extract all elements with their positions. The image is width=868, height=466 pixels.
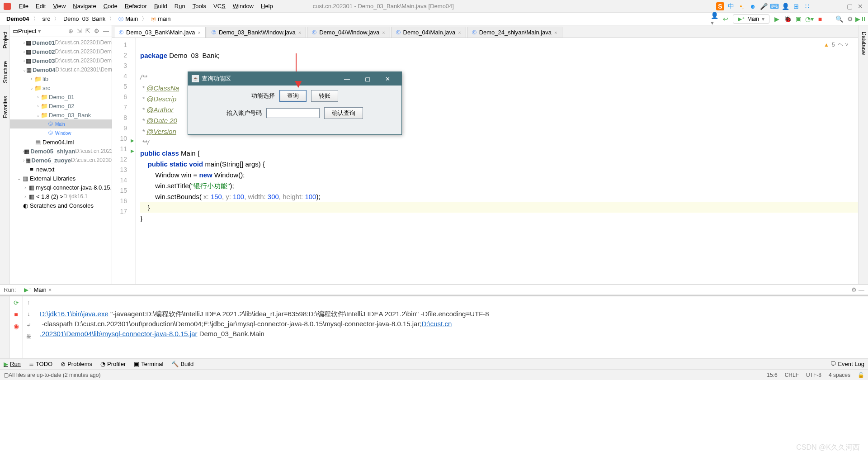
bottom-tab-eventlog[interactable]: 🗨Event Log — [830, 361, 864, 367]
inspections[interactable]: ▲ 5 ヘ ∨ — [824, 41, 849, 48]
coverage-icon[interactable]: ▣ — [795, 15, 802, 23]
collapse-all-icon[interactable]: ⇱ — [85, 28, 90, 34]
menu-window[interactable]: Window — [229, 1, 257, 11]
ime-grid-icon[interactable]: ⊞ — [792, 2, 800, 10]
menu-vcs[interactable]: VCS — [210, 1, 229, 11]
tree-row[interactable]: ›▦Demo01 D:\cust.cn.202301\Dem — [10, 38, 112, 47]
run-tab[interactable]: ▶⁺Main × — [20, 285, 55, 294]
readonly-icon[interactable]: 🔓 — [858, 372, 864, 378]
run-settings-icon[interactable]: ⚙ — — [851, 286, 864, 293]
back-icon[interactable]: ↩ — [722, 15, 729, 23]
tree-row[interactable]: ⌄📁src — [10, 83, 112, 92]
ime-apps-icon[interactable]: ∷ — [803, 2, 811, 10]
project-tree[interactable]: ›▦Demo01 D:\cust.cn.202301\Dem›▦Demo02 D… — [10, 37, 112, 284]
tree-row[interactable]: ▤Demo04.iml — [10, 138, 112, 147]
sogou-icon[interactable]: S — [716, 2, 724, 10]
softwrap-icon[interactable]: ⤶ — [26, 322, 31, 328]
ime-mic-icon[interactable]: 🎤 — [760, 2, 768, 10]
sync-icon[interactable]: ▶⏸ — [857, 15, 864, 23]
crumb-class[interactable]: ⒸMain — [116, 14, 141, 24]
editor-tab[interactable]: ⒸDemo_04\Main.java× — [391, 27, 466, 38]
sidetab-project[interactable]: Project — [0, 30, 9, 50]
editor-tab[interactable]: ⒸDemo_24_shiyan\Main.java× — [467, 27, 562, 38]
crumb-module[interactable]: Demo04 — [4, 14, 32, 23]
tree-row[interactable]: ≡new.txt — [10, 165, 112, 174]
status-caret[interactable]: 15:6 — [767, 372, 777, 378]
menu-build[interactable]: Build — [151, 1, 171, 11]
exit-icon[interactable]: ◉ — [14, 323, 19, 330]
sidetab-favorites[interactable]: Favorites — [0, 94, 9, 120]
console-link[interactable]: .202301\Demo04\lib\mysql-connector-java-… — [40, 330, 198, 338]
tree-row[interactable]: ›📁lib — [10, 74, 112, 83]
rerun-icon[interactable]: ⟳ — [14, 299, 19, 306]
editor-tab[interactable]: ⒸDemo_03_Bank\Window.java× — [207, 27, 306, 38]
tree-row[interactable]: ›▦Demo02 D:\cust.cn.202301\Dem — [10, 47, 112, 56]
window-minimize-icon[interactable]: — — [835, 2, 843, 10]
status-line-ending[interactable]: CRLF — [785, 372, 799, 378]
tree-row[interactable]: ⌄📁Demo_03_Bank — [10, 110, 112, 119]
dialog-maximize-icon[interactable]: ▢ — [357, 72, 377, 86]
window-maximize-icon[interactable]: ▢ — [845, 2, 854, 10]
bottom-tab-terminal[interactable]: ▣Terminal — [134, 361, 163, 367]
menu-run[interactable]: Run — [171, 1, 189, 11]
down-icon[interactable]: ↓ — [27, 310, 30, 317]
tree-row[interactable]: ⌄▥External Libraries — [10, 174, 112, 183]
tree-row[interactable]: ›▦Demo03 D:\cust.cn.202301\Dem — [10, 56, 112, 65]
tree-row[interactable]: ›▥< 1.8 (2) > D:\jdk16.1 — [10, 192, 112, 201]
ime-zh-icon[interactable]: 中 — [727, 2, 735, 10]
up-icon[interactable]: ↑ — [27, 299, 30, 306]
editor-tab[interactable]: ⒸDemo_04\Window.java× — [307, 27, 390, 38]
status-encoding[interactable]: UTF-8 — [806, 372, 821, 378]
crumb-method[interactable]: ⓜmain — [148, 14, 173, 24]
tree-row[interactable]: ›📁Demo_02 — [10, 101, 112, 110]
console[interactable]: D:\jdk16.1\bin\java.exe "-javaagent:D:\编… — [35, 296, 868, 358]
profile-icon[interactable]: ◔▾ — [806, 15, 813, 23]
menu-navigate[interactable]: Navigate — [69, 1, 99, 11]
search-icon[interactable]: 🔍 — [835, 15, 843, 23]
window-close-icon[interactable]: ✕ — [856, 2, 864, 10]
console-link[interactable]: D:\jdk16.1\bin\java.exe — [40, 310, 108, 318]
bottom-tab-profiler[interactable]: ◔Profiler — [100, 361, 126, 367]
user-icon[interactable]: 👤▾ — [711, 15, 718, 23]
menu-file[interactable]: File — [15, 1, 32, 11]
hide-icon[interactable]: — — [103, 28, 109, 34]
sidetab-structure[interactable]: Structure — [0, 59, 9, 85]
run-config-selector[interactable]: ▶⁺ Main ▾ — [733, 14, 769, 24]
bottom-tab-build[interactable]: 🔨Build — [171, 361, 193, 367]
tree-row[interactable]: ›▦Demo05_shiyan D:\cust.cn.2023 — [10, 147, 112, 156]
stop-icon[interactable]: ■ — [816, 15, 824, 23]
menu-help[interactable]: Help — [257, 1, 277, 11]
stop-run-icon[interactable]: ■ — [14, 311, 18, 318]
query-button[interactable]: 查询 — [279, 90, 307, 102]
transfer-button[interactable]: 转账 — [311, 90, 338, 102]
tree-row[interactable]: ◐Scratches and Consoles — [10, 201, 112, 210]
tree-row[interactable]: ›📁Demo_01 — [10, 92, 112, 101]
menu-view[interactable]: View — [49, 1, 69, 11]
status-icon[interactable]: ▢ — [4, 372, 9, 378]
confirm-query-button[interactable]: 确认查询 — [324, 107, 363, 119]
print-icon[interactable]: 🖶 — [26, 333, 32, 340]
crumb-src[interactable]: src — [40, 14, 53, 23]
debug-icon[interactable]: 🐞 — [784, 15, 791, 23]
account-input[interactable] — [266, 108, 320, 118]
sidetab-database[interactable]: Database — [860, 30, 868, 284]
ime-face-icon[interactable]: ☻ — [749, 2, 757, 10]
run-icon[interactable]: ▶ — [773, 15, 780, 23]
dialog-minimize-icon[interactable]: — — [337, 72, 357, 86]
tree-row[interactable]: ⌄▦Demo04 D:\cust.cn.202301\Dem — [10, 65, 112, 74]
crumb-package[interactable]: Demo_03_Bank — [61, 14, 108, 23]
dialog-titlebar[interactable]: ☕ 查询功能区 — ▢ ✕ — [188, 72, 401, 86]
expand-all-icon[interactable]: ⇲ — [77, 28, 82, 34]
tree-row[interactable]: ›▦Demo6_zuoye D:\cust.cn.20230 — [10, 156, 112, 165]
settings-icon[interactable]: ⚙ — [846, 15, 854, 23]
ime-user-icon[interactable]: 👤 — [781, 2, 789, 10]
menu-edit[interactable]: Edit — [32, 1, 49, 11]
ime-dot-icon[interactable]: •, — [738, 2, 746, 10]
menu-refactor[interactable]: Refactor — [121, 1, 151, 11]
bottom-tab-run[interactable]: ▶Run — [4, 361, 21, 367]
tree-row[interactable]: ⒸWindow — [10, 128, 112, 138]
select-opened-icon[interactable]: ⊕ — [68, 28, 73, 34]
editor-tab[interactable]: ⒸDemo_03_Bank\Main.java× — [114, 27, 206, 38]
bottom-tab-todo[interactable]: ≣TODO — [29, 361, 52, 367]
gutter[interactable]: 12345678910▶11▶121314151617 — [112, 38, 136, 284]
